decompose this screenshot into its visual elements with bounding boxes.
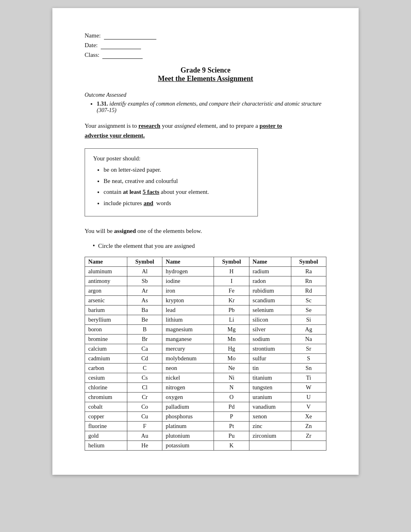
table-cell-14-3: Pd [214, 402, 249, 412]
table-cell-9-2: molybdenum [162, 354, 214, 364]
table-cell-16-5: Zn [291, 422, 326, 431]
table-cell-10-4: tin [249, 364, 291, 373]
table-cell-14-5: V [291, 402, 326, 412]
table-cell-0-4: radium [249, 267, 291, 276]
table-cell-3-0: arsenic [85, 296, 127, 305]
table-cell-6-4: silver [249, 325, 291, 335]
table-cell-13-0: chromium [85, 393, 127, 402]
table-cell-0-1: Al [127, 267, 162, 276]
table-cell-1-5: Rn [291, 276, 326, 286]
poster-item-2: Be neat, creative and colourful [104, 177, 249, 186]
table-cell-9-1: Cd [127, 354, 162, 364]
assignment-paragraph: Your assignment is to research your assi… [85, 121, 326, 140]
table-cell-18-1: He [127, 441, 162, 451]
assign-part3: element, and to prepare a [195, 123, 259, 129]
table-cell-11-3: Ni [214, 373, 249, 383]
assigned-bold: assigned [114, 228, 136, 234]
table-cell-5-2: lithium [162, 315, 214, 325]
table-cell-7-5: Na [291, 335, 326, 344]
table-cell-16-1: F [127, 422, 162, 431]
table-cell-14-4: vanadium [249, 402, 291, 412]
table-cell-12-4: tungsten [249, 383, 291, 393]
table-cell-8-3: Hg [214, 344, 249, 354]
outcome-text: identify examples of common elements, an… [97, 101, 322, 113]
table-cell-7-2: manganese [162, 335, 214, 344]
table-cell-1-2: iodine [162, 276, 214, 286]
table-cell-3-1: As [127, 296, 162, 305]
elements-table: Name Symbol Name Symbol Name Symbol alum… [85, 257, 326, 451]
table-cell-4-2: lead [162, 305, 214, 315]
table-cell-11-4: titanium [249, 373, 291, 383]
table-cell-16-0: fluorine [85, 422, 127, 431]
table-cell-6-1: B [127, 325, 162, 335]
table-cell-9-0: cadmium [85, 354, 127, 364]
outcome-label: Outcome Assessed [85, 92, 326, 98]
circle-instruction-text: Circle the element that you are assigned [98, 243, 195, 249]
table-cell-18-0: helium [85, 441, 127, 451]
page: Name: Date: Class: Grade 9 Science Meet … [52, 8, 359, 475]
table-cell-3-2: krypton [162, 296, 214, 305]
table-cell-2-0: argon [85, 286, 127, 296]
table-cell-3-4: scandium [249, 296, 291, 305]
col-header-symbol2: Symbol [214, 257, 249, 267]
table-cell-3-5: Sc [291, 296, 326, 305]
table-cell-10-0: carbon [85, 364, 127, 373]
table-cell-12-5: W [291, 383, 326, 393]
table-cell-13-2: oxygen [162, 393, 214, 402]
table-cell-18-5 [291, 441, 326, 451]
table-cell-11-0: cesium [85, 373, 127, 383]
table-row: fluorineFplatinumPtzincZn [85, 422, 326, 431]
table-cell-13-4: uranium [249, 393, 291, 402]
poster-item-3: contain at least 5 facts about your elem… [104, 187, 249, 197]
table-cell-1-1: Sb [127, 276, 162, 286]
table-row: heliumHepotassiumK [85, 441, 326, 451]
outcome-section: Outcome Assessed 1.31. identify examples… [85, 92, 326, 114]
table-cell-7-4: sodium [249, 335, 291, 344]
table-cell-0-2: hydrogen [162, 267, 214, 276]
table-cell-8-2: mercury [162, 344, 214, 354]
table-header-row: Name Symbol Name Symbol Name Symbol [85, 257, 326, 267]
table-cell-1-3: I [214, 276, 249, 286]
table-cell-13-1: Cr [127, 393, 162, 402]
table-cell-7-3: Mn [214, 335, 249, 344]
assigned-word: assigned [174, 123, 196, 129]
table-row: chlorineClnitrogenNtungstenW [85, 383, 326, 393]
outcome-item: 1.31. identify examples of common elemen… [97, 101, 326, 114]
table-row: calciumCamercuryHgstrontiumSr [85, 344, 326, 354]
table-cell-5-1: Be [127, 315, 162, 325]
table-cell-2-1: Ar [127, 286, 162, 296]
table-cell-2-3: Fe [214, 286, 249, 296]
table-cell-9-4: sulfur [249, 354, 291, 364]
table-cell-8-0: calcium [85, 344, 127, 354]
table-cell-11-1: Cs [127, 373, 162, 383]
table-cell-14-1: Co [127, 402, 162, 412]
class-label: Class: [85, 52, 100, 58]
table-cell-10-3: Ne [214, 364, 249, 373]
table-cell-16-2: platinum [162, 422, 214, 431]
class-input[interactable] [102, 52, 143, 59]
assigned-paragraph: You will be assigned one of the elements… [85, 226, 326, 236]
col-header-symbol3: Symbol [291, 257, 326, 267]
research-word: research [139, 123, 160, 129]
table-row: bariumBaleadPbseleniumSe [85, 305, 326, 315]
table-row: arsenicAskryptonKrscandiumSc [85, 296, 326, 305]
table-row: chromiumCroxygenOuraniumU [85, 393, 326, 402]
date-input[interactable] [101, 42, 141, 49]
table-cell-1-0: antimony [85, 276, 127, 286]
table-cell-2-4: rubidium [249, 286, 291, 296]
table-cell-10-2: neon [162, 364, 214, 373]
poster-list: be on letter-sized paper. Be neat, creat… [104, 165, 249, 208]
table-row: antimonySbiodineIradonRn [85, 276, 326, 286]
table-cell-8-4: strontium [249, 344, 291, 354]
col-header-name3: Name [249, 257, 291, 267]
table-row: berylliumBelithiumLisiliconSi [85, 315, 326, 325]
poster-intro: Your poster should: [93, 155, 249, 162]
table-cell-17-3: Pu [214, 431, 249, 441]
circle-instruction-row: • Circle the element that you are assign… [93, 242, 326, 249]
table-cell-4-1: Ba [127, 305, 162, 315]
name-input[interactable] [104, 32, 156, 39]
table-cell-2-5: Rd [291, 286, 326, 296]
poster-item-1: be on letter-sized paper. [104, 165, 249, 175]
table-row: boronBmagnesiumMgsilverAg [85, 325, 326, 335]
table-cell-15-4: xenon [249, 412, 291, 422]
